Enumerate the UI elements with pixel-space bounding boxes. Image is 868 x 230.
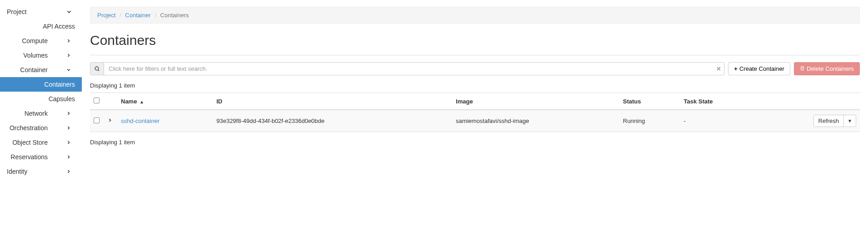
breadcrumb: Project / Container / Containers bbox=[90, 7, 860, 24]
sort-asc-icon: ▲ bbox=[140, 99, 144, 104]
table-row: sshd-container 93e329f8-49dd-434f-b02f-e… bbox=[90, 110, 860, 132]
nav-sub-containers[interactable]: Containers bbox=[0, 77, 82, 92]
col-name-label: Name bbox=[121, 98, 137, 105]
row-checkbox[interactable] bbox=[94, 117, 100, 123]
col-header-task-state[interactable]: Task State bbox=[680, 93, 756, 110]
nav-sub-containers-label: Containers bbox=[44, 81, 75, 88]
cell-image: samiemostafavi/sshd-image bbox=[452, 110, 619, 132]
nav-volumes[interactable]: Volumes bbox=[0, 48, 82, 63]
chevron-right-icon bbox=[66, 111, 75, 116]
container-name-link[interactable]: sshd-container bbox=[121, 117, 160, 124]
chevron-down-icon bbox=[66, 67, 75, 73]
col-header-image[interactable]: Image bbox=[452, 93, 619, 110]
chevron-right-icon bbox=[66, 38, 75, 44]
clear-search-button[interactable]: × bbox=[713, 63, 724, 75]
chevron-down-icon bbox=[66, 9, 75, 15]
col-header-id[interactable]: ID bbox=[213, 93, 452, 110]
nav-reservations-label: Reservations bbox=[7, 153, 66, 161]
nav-compute[interactable]: Compute bbox=[0, 34, 82, 48]
main-content: Project / Container / Containers Contain… bbox=[82, 0, 868, 179]
chevron-right-icon bbox=[66, 169, 75, 174]
chevron-right-icon bbox=[66, 154, 75, 160]
col-header-status[interactable]: Status bbox=[619, 93, 680, 110]
breadcrumb-sep: / bbox=[155, 12, 156, 19]
nav-network-label: Network bbox=[7, 110, 66, 117]
breadcrumb-sep: / bbox=[120, 12, 121, 19]
cell-id: 93e329f8-49dd-434f-b02f-e2336d0e0bde bbox=[213, 110, 452, 132]
page-title: Containers bbox=[90, 33, 860, 48]
nav-orchestration[interactable]: Orchestration bbox=[0, 121, 82, 135]
nav-identity[interactable]: Identity bbox=[0, 164, 82, 179]
nav-api-access-label: API Access bbox=[43, 23, 75, 30]
delete-containers-button[interactable]: Delete Containers bbox=[794, 62, 860, 75]
nav-volumes-label: Volumes bbox=[7, 52, 66, 59]
nav-sub-capsules[interactable]: Capsules bbox=[0, 92, 82, 106]
display-count-top: Displaying 1 item bbox=[90, 82, 860, 89]
refresh-button[interactable]: Refresh bbox=[814, 115, 844, 127]
svg-point-0 bbox=[95, 67, 99, 70]
create-container-button[interactable]: Create Container bbox=[728, 62, 790, 75]
expand-row-icon[interactable] bbox=[107, 117, 113, 124]
nav-network[interactable]: Network bbox=[0, 106, 82, 121]
row-action-dropdown[interactable]: ▼ bbox=[844, 115, 856, 127]
nav-sub-capsules-label: Capsules bbox=[49, 95, 75, 103]
trash-icon bbox=[800, 65, 805, 72]
breadcrumb-project[interactable]: Project bbox=[97, 12, 115, 19]
chevron-right-icon bbox=[66, 140, 75, 145]
nav-compute-label: Compute bbox=[7, 37, 66, 44]
col-header-actions bbox=[756, 93, 860, 110]
svg-line-1 bbox=[98, 70, 99, 71]
select-all-checkbox[interactable] bbox=[94, 98, 100, 103]
chevron-right-icon bbox=[66, 53, 75, 58]
cell-task-state: - bbox=[680, 110, 756, 132]
col-header-checkbox bbox=[90, 93, 104, 110]
col-header-expand bbox=[104, 93, 117, 110]
cell-status: Running bbox=[619, 110, 680, 132]
nav-orchestration-label: Orchestration bbox=[7, 124, 66, 132]
nav-container[interactable]: Container bbox=[0, 63, 82, 77]
nav-api-access[interactable]: API Access bbox=[0, 19, 82, 34]
nav-object-store-label: Object Store bbox=[7, 139, 66, 146]
delete-containers-label: Delete Containers bbox=[807, 65, 854, 72]
search-group: × bbox=[90, 62, 724, 75]
breadcrumb-current: Containers bbox=[160, 12, 189, 19]
search-input[interactable] bbox=[104, 63, 713, 75]
plus-icon bbox=[734, 65, 738, 72]
row-action-button: Refresh ▼ bbox=[813, 115, 856, 127]
nav-reservations[interactable]: Reservations bbox=[0, 150, 82, 164]
toolbar: × Create Container Delete Containers bbox=[90, 55, 860, 75]
breadcrumb-container[interactable]: Container bbox=[125, 12, 150, 19]
search-icon bbox=[90, 63, 104, 75]
col-header-name[interactable]: Name ▲ bbox=[117, 93, 213, 110]
nav-object-store[interactable]: Object Store bbox=[0, 135, 82, 150]
containers-table: Name ▲ ID Image Status Task State bbox=[90, 93, 860, 132]
sidebar: Project API Access Compute Volumes Conta… bbox=[0, 0, 82, 179]
display-count-bottom: Displaying 1 item bbox=[90, 139, 860, 146]
nav-container-label: Container bbox=[7, 66, 66, 73]
create-container-label: Create Container bbox=[739, 65, 784, 72]
chevron-right-icon bbox=[66, 125, 75, 131]
nav-project-label: Project bbox=[7, 8, 66, 15]
nav-identity-label: Identity bbox=[7, 168, 66, 175]
nav-project[interactable]: Project bbox=[0, 5, 82, 19]
